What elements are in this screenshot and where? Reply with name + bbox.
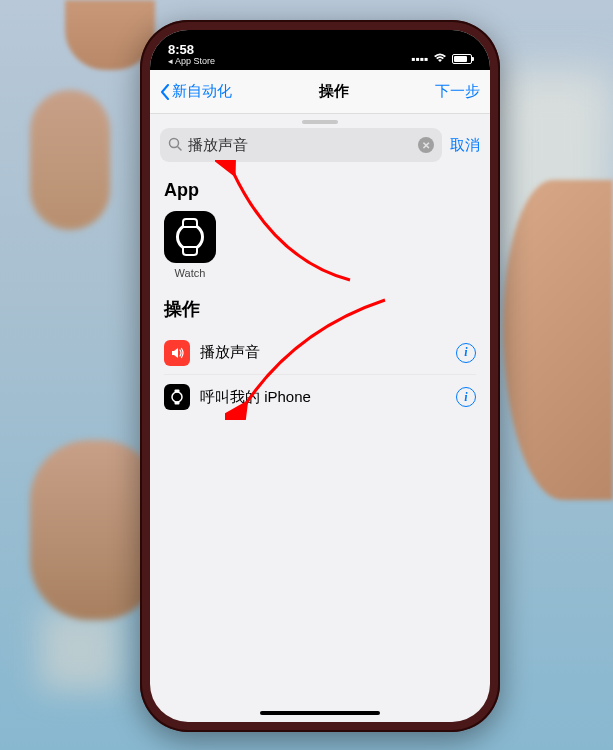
nav-back-label: 新自动化 (172, 82, 232, 101)
action-label: 播放声音 (200, 343, 446, 362)
search-icon (168, 137, 182, 154)
page-title: 操作 (319, 82, 349, 101)
chevron-left-icon (160, 84, 170, 100)
background-blur (493, 70, 613, 270)
apps-row: Watch (150, 211, 490, 279)
status-time: 8:58 (168, 43, 215, 56)
clear-search-button[interactable]: ✕ (418, 137, 434, 153)
svg-rect-4 (175, 402, 180, 405)
action-row-ping-iphone[interactable]: 呼叫我的 iPhone i (164, 375, 476, 419)
wifi-icon (433, 52, 447, 66)
speaker-icon (164, 340, 190, 366)
screen: 8:58 ◂ App Store ▪▪▪▪ 新自动化 操作 下一步 (150, 30, 490, 722)
action-row-play-sound[interactable]: 播放声音 i (164, 331, 476, 375)
nav-back-button[interactable]: 新自动化 (160, 82, 232, 101)
search-row: 播放声音 ✕ 取消 (150, 128, 490, 162)
section-header-actions: 操作 (150, 279, 490, 331)
breadcrumb-back-app[interactable]: ◂ App Store (168, 57, 215, 66)
app-item-watch[interactable]: Watch (164, 211, 216, 279)
section-header-apps: App (150, 162, 490, 211)
watch-icon (164, 384, 190, 410)
info-icon[interactable]: i (456, 387, 476, 407)
sheet-handle[interactable] (302, 120, 338, 124)
search-value: 播放声音 (188, 136, 412, 155)
action-label: 呼叫我的 iPhone (200, 388, 446, 407)
cancel-button[interactable]: 取消 (450, 136, 480, 155)
search-input[interactable]: 播放声音 ✕ (160, 128, 442, 162)
svg-line-1 (178, 147, 181, 150)
nav-next-button[interactable]: 下一步 (435, 82, 480, 101)
notch (235, 30, 405, 56)
app-label: Watch (175, 267, 206, 279)
svg-point-2 (172, 392, 182, 402)
iphone-frame: 8:58 ◂ App Store ▪▪▪▪ 新自动化 操作 下一步 (140, 20, 500, 732)
home-indicator[interactable] (260, 711, 380, 715)
nav-bar: 新自动化 操作 下一步 (150, 70, 490, 114)
watch-app-icon (164, 211, 216, 263)
action-list: 播放声音 i 呼叫我的 iPhone i (150, 331, 490, 419)
background-blur (40, 610, 120, 690)
svg-rect-3 (175, 390, 180, 393)
svg-point-0 (170, 138, 179, 147)
signal-icon: ▪▪▪▪ (411, 52, 428, 66)
battery-icon (452, 54, 472, 64)
info-icon[interactable]: i (456, 343, 476, 363)
